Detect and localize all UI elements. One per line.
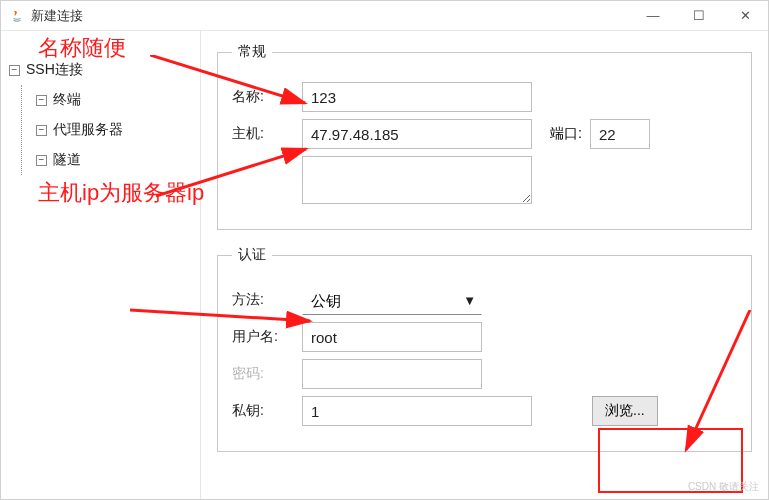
detail-input[interactable] xyxy=(302,156,532,204)
collapse-icon[interactable]: − xyxy=(36,125,47,136)
name-label: 名称: xyxy=(232,88,302,106)
group-general-legend: 常规 xyxy=(232,43,272,61)
close-button[interactable]: ✕ xyxy=(722,1,768,31)
tree-root-ssh[interactable]: − SSH连接 xyxy=(9,55,196,85)
user-label: 用户名: xyxy=(232,328,302,346)
group-auth-legend: 认证 xyxy=(232,246,272,264)
tree-node-proxy[interactable]: − 代理服务器 xyxy=(36,115,196,145)
tree-children: − 终端 − 代理服务器 − 隧道 xyxy=(21,85,196,175)
method-label: 方法: xyxy=(232,291,302,309)
browse-button[interactable]: 浏览... xyxy=(592,396,658,426)
java-icon xyxy=(9,8,25,24)
key-input[interactable] xyxy=(302,396,532,426)
window-buttons: — ☐ ✕ xyxy=(630,1,768,31)
tree-node-label: 终端 xyxy=(53,91,81,109)
tree-node-label: 代理服务器 xyxy=(53,121,123,139)
port-label: 端口: xyxy=(550,125,582,143)
password-label: 密码: xyxy=(232,365,302,383)
tree-root-label: SSH连接 xyxy=(26,61,83,79)
tree-node-label: 隧道 xyxy=(53,151,81,169)
host-input[interactable] xyxy=(302,119,532,149)
minimize-button[interactable]: — xyxy=(630,1,676,31)
group-general: 常规 名称: 主机: 端口: xyxy=(217,43,752,230)
password-input xyxy=(302,359,482,389)
dialog-body: − SSH连接 − 终端 − 代理服务器 − 隧道 常规 xyxy=(1,31,768,499)
group-auth: 认证 方法: 公钥 ▼ 用户名: 密码: xyxy=(217,246,752,452)
collapse-icon[interactable]: − xyxy=(36,95,47,106)
user-input[interactable] xyxy=(302,322,482,352)
maximize-button[interactable]: ☐ xyxy=(676,1,722,31)
window-title: 新建连接 xyxy=(31,7,630,25)
collapse-icon[interactable]: − xyxy=(36,155,47,166)
method-select[interactable]: 公钥 xyxy=(302,285,482,315)
name-input[interactable] xyxy=(302,82,532,112)
port-input[interactable] xyxy=(590,119,650,149)
dialog-window: 新建连接 — ☐ ✕ − SSH连接 − 终端 − 代理服务器 xyxy=(0,0,769,500)
tree-node-tunnel[interactable]: − 隧道 xyxy=(36,145,196,175)
key-label: 私钥: xyxy=(232,402,302,420)
host-label: 主机: xyxy=(232,125,302,143)
tree-node-terminal[interactable]: − 终端 xyxy=(36,85,196,115)
titlebar: 新建连接 — ☐ ✕ xyxy=(1,1,768,31)
collapse-icon[interactable]: − xyxy=(9,65,20,76)
content-panel: 常规 名称: 主机: 端口: 认证 方 xyxy=(201,31,768,499)
tree-panel: − SSH连接 − 终端 − 代理服务器 − 隧道 xyxy=(1,31,201,499)
